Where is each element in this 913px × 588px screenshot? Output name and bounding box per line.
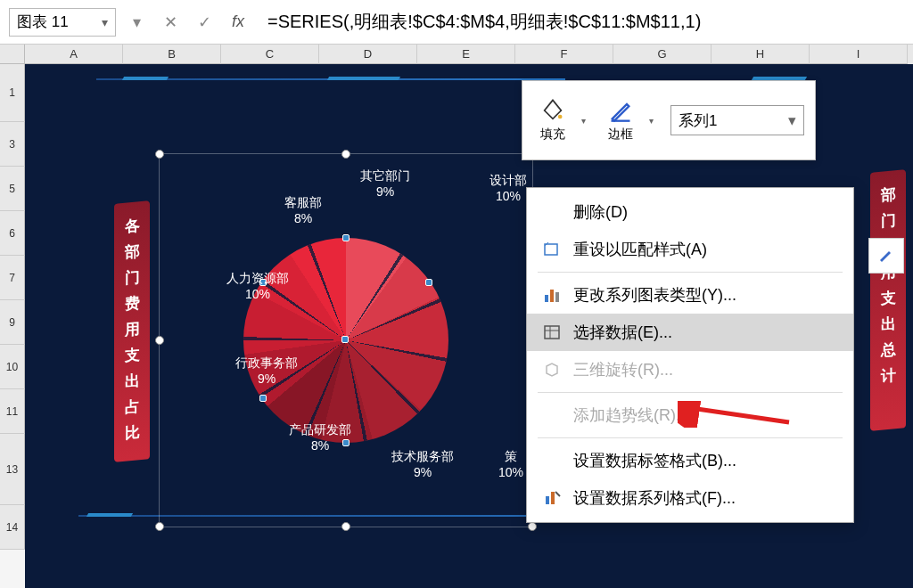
resize-handle[interactable] [341, 150, 350, 159]
menu-reset-style[interactable]: 重设以匹配样式(A) [527, 231, 853, 268]
select-all-corner[interactable] [0, 45, 25, 64]
slice-label: 其它部门9% [360, 167, 410, 200]
row-header[interactable]: 13 [0, 434, 25, 505]
col-header[interactable]: D [319, 45, 417, 64]
series-selector[interactable]: 系列1 [670, 105, 804, 135]
cancel-button[interactable]: ✕ [157, 9, 184, 36]
row-headers: 1 3 5 6 7 9 10 11 13 14 [0, 64, 25, 550]
context-menu: 删除(D) 重设以匹配样式(A) 更改系列图表类型(Y)... 选择数据(E).… [526, 187, 854, 523]
svg-rect-2 [545, 244, 557, 255]
slice-label: 产品研发部8% [289, 421, 351, 453]
row-header[interactable]: 9 [0, 300, 25, 345]
slice-label: 客服部8% [284, 194, 322, 226]
svg-rect-3 [545, 295, 548, 302]
chart-element-button[interactable] [868, 238, 904, 274]
pie-graphic[interactable] [243, 238, 448, 443]
row-header[interactable]: 11 [0, 389, 25, 434]
svg-point-0 [558, 115, 563, 119]
resize-handle[interactable] [155, 150, 164, 159]
fill-button[interactable]: 填充 [533, 94, 572, 146]
menu-3d-rotate: 三维旋转(R)... [527, 351, 853, 388]
col-header[interactable]: B [123, 45, 221, 64]
bar-chart-icon [541, 284, 563, 306]
menu-select-data[interactable]: 选择数据(E)... [527, 314, 853, 351]
row-header[interactable]: 3 [0, 122, 25, 167]
table-icon [541, 322, 563, 343]
col-header[interactable]: C [221, 45, 319, 64]
slice-label: 行政事务部9% [235, 355, 298, 387]
resize-handle[interactable] [528, 522, 537, 531]
row-header[interactable]: 10 [0, 345, 25, 389]
col-header[interactable]: G [613, 45, 711, 64]
resize-handle[interactable] [155, 336, 164, 345]
col-header[interactable]: A [25, 45, 123, 64]
left-title-panel: 各 部 门 费 用 支 出 占 比 [114, 200, 150, 461]
formula-input[interactable] [259, 8, 904, 37]
svg-rect-10 [551, 492, 555, 504]
slice-label: 人力资源部10% [226, 270, 289, 302]
col-header[interactable]: I [810, 45, 908, 64]
row-header[interactable]: 7 [0, 256, 25, 300]
menu-data-label-format[interactable]: 设置数据标签格式(B)... [527, 442, 853, 479]
mini-toolbar: 填充 ▾ 边框 ▾ 系列1 [522, 80, 816, 160]
column-headers: A B C D E F G H I [0, 45, 913, 64]
slice-label: 策10% [498, 448, 523, 480]
col-header[interactable]: E [417, 45, 515, 64]
blank-icon [541, 201, 563, 223]
svg-rect-6 [545, 326, 559, 339]
blank-icon [541, 450, 563, 471]
formula-bar: 图表 11 ▾ ✕ ✓ fx [0, 0, 913, 45]
brush-icon [876, 246, 896, 265]
col-header[interactable]: H [711, 45, 810, 64]
series-format-icon [541, 487, 563, 509]
name-box[interactable]: 图表 11 [9, 8, 116, 37]
row-header[interactable]: 5 [0, 167, 25, 211]
slice-label: 技术服务部9% [391, 448, 454, 480]
paint-bucket-icon [540, 98, 565, 123]
row-header[interactable]: 6 [0, 211, 25, 256]
confirm-button[interactable]: ✓ [191, 9, 218, 36]
chevron-down-icon[interactable]: ▾ [581, 116, 592, 126]
resize-handle[interactable] [341, 522, 350, 531]
menu-delete[interactable]: 删除(D) [527, 193, 853, 231]
cube-icon [541, 359, 563, 380]
svg-rect-5 [555, 292, 559, 302]
border-button[interactable]: 边框 [601, 94, 640, 146]
menu-separator [538, 437, 843, 438]
pen-icon [608, 98, 633, 123]
menu-change-chart-type[interactable]: 更改系列图表类型(Y)... [527, 276, 853, 314]
row-header[interactable]: 14 [0, 505, 25, 550]
chevron-down-icon[interactable]: ▾ [649, 116, 660, 126]
resize-handle[interactable] [155, 522, 164, 531]
expand-button[interactable]: ▾ [123, 9, 150, 36]
svg-rect-9 [546, 496, 549, 504]
row-header[interactable]: 1 [0, 64, 25, 122]
menu-add-trendline: 添加趋势线(R)... [527, 396, 853, 434]
menu-separator [538, 392, 843, 393]
pie-chart[interactable]: 其它部门9% 设计部10% 客服部8% 人力资源部10% 行政事务部9% 产品研… [159, 153, 533, 527]
blank-icon [541, 404, 563, 426]
svg-rect-4 [550, 290, 554, 302]
col-header[interactable]: F [515, 45, 613, 64]
fx-icon[interactable]: fx [225, 12, 251, 31]
menu-separator [538, 272, 843, 273]
menu-series-format[interactable]: 设置数据系列格式(F)... [527, 479, 853, 517]
right-title-panel: 部 门 费 用 支 出 总 计 [870, 169, 906, 430]
slice-label: 设计部10% [489, 172, 527, 204]
reset-icon [541, 239, 563, 260]
